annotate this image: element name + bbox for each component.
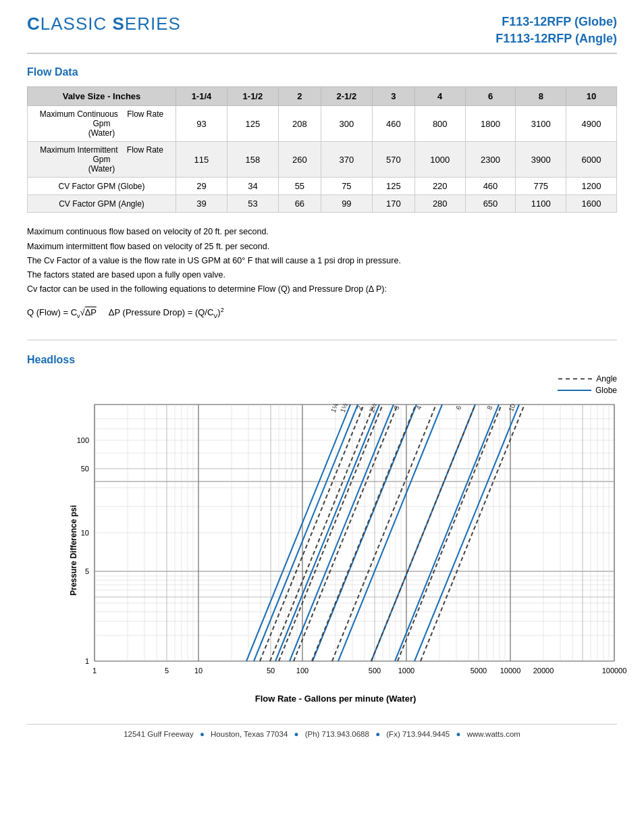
- model-numbers: F113-12RFP (Globe) F1113-12RFP (Angle): [495, 14, 617, 47]
- svg-text:10000: 10000: [500, 667, 521, 675]
- note-line5: Cv factor can be used in the following e…: [27, 282, 617, 296]
- legend-globe-label: Globe: [595, 386, 617, 395]
- col-header-2-1/2: 2-1/2: [321, 87, 372, 106]
- note-line2: Maximum intermittent flow based on veloc…: [27, 240, 617, 254]
- col-header-6: 6: [465, 87, 516, 106]
- footer-dot-2: ●: [294, 730, 298, 738]
- svg-text:5000: 5000: [471, 667, 487, 675]
- svg-text:1: 1: [85, 657, 89, 665]
- table-cell: 260: [278, 142, 321, 178]
- page-footer: 12541 Gulf Freeway ● Houston, Texas 7703…: [27, 724, 617, 738]
- note-line1: Maximum continuous flow based on velocit…: [27, 225, 617, 239]
- section-divider: [27, 340, 617, 340]
- row-label: Maximum Intermittent Flow Rate Gpm (Wate…: [28, 142, 176, 178]
- y-axis-label: Pressure Difference psi: [69, 505, 78, 596]
- table-cell: 650: [465, 195, 516, 213]
- table-cell: 460: [465, 178, 516, 195]
- table-cell: 775: [516, 178, 566, 195]
- table-row: Maximum Continuous Flow Rate Gpm (Water)…: [28, 106, 617, 142]
- legend-globe: Globe: [558, 386, 617, 395]
- model1: F113-12RFP (Globe): [495, 14, 617, 30]
- col-header-label: Valve Size - Inches: [28, 87, 176, 106]
- svg-text:5: 5: [165, 667, 169, 675]
- table-cell: 1200: [566, 178, 617, 195]
- table-cell: 1100: [516, 195, 566, 213]
- table-cell: 800: [414, 106, 465, 142]
- flow-data-section: Flow Data Valve Size - Inches 1-1/4 1-1/…: [27, 66, 617, 213]
- legend-angle-line: [558, 378, 592, 380]
- table-cell: 3900: [516, 142, 566, 178]
- table-cell: 208: [278, 106, 321, 142]
- table-cell: 125: [372, 178, 414, 195]
- col-header-4: 4: [414, 87, 465, 106]
- table-cell: 39: [176, 195, 227, 213]
- note-line3: The Cv Factor of a value is the flow rat…: [27, 254, 617, 268]
- series-title: CLASSIC SERIES: [27, 14, 181, 34]
- table-cell: 158: [227, 142, 278, 178]
- table-cell: 280: [414, 195, 465, 213]
- footer-dot-3: ●: [375, 730, 380, 738]
- x-axis-label: Flow Rate - Gallons per minute (Water): [54, 694, 617, 704]
- table-cell: 300: [321, 106, 372, 142]
- footer-dot-4: ●: [456, 730, 460, 738]
- legend-angle: Angle: [558, 374, 617, 384]
- table-cell: 125: [227, 106, 278, 142]
- headloss-chart: .grid-minor { stroke: #ccc; stroke-width…: [54, 398, 628, 688]
- table-cell: 75: [321, 178, 372, 195]
- col-header-1-1/2: 1-1/2: [227, 87, 278, 106]
- table-cell: 220: [414, 178, 465, 195]
- svg-text:20000: 20000: [533, 667, 554, 675]
- table-cell: 55: [278, 178, 321, 195]
- table-cell: 115: [176, 142, 227, 178]
- table-cell: 460: [372, 106, 414, 142]
- notes-section: Maximum continuous flow based on velocit…: [27, 225, 617, 296]
- svg-text:50: 50: [267, 667, 275, 675]
- table-cell: 1000: [414, 142, 465, 178]
- row-label: CV Factor GPM (Globe): [28, 178, 176, 195]
- table-cell: 3100: [516, 106, 566, 142]
- col-header-2: 2: [278, 87, 321, 106]
- legend-globe-line: [558, 390, 591, 391]
- model2: F1113-12RFP (Angle): [495, 30, 617, 47]
- note-line4: The factors stated are based upon a full…: [27, 268, 617, 282]
- table-cell: 370: [321, 142, 372, 178]
- footer-address: 12541 Gulf Freeway: [124, 730, 194, 738]
- headloss-title: Headloss: [27, 354, 617, 366]
- table-cell: 93: [176, 106, 227, 142]
- table-cell: 170: [372, 195, 414, 213]
- col-header-1-1/4: 1-1/4: [176, 87, 227, 106]
- table-row: Maximum Intermittent Flow Rate Gpm (Wate…: [28, 142, 617, 178]
- table-cell: 99: [321, 195, 372, 213]
- table-row: CV Factor GPM (Angle)3953669917028065011…: [28, 195, 617, 213]
- table-cell: 1600: [566, 195, 617, 213]
- col-header-3: 3: [372, 87, 414, 106]
- footer-phone: (Ph) 713.943.0688: [305, 730, 369, 738]
- svg-text:100: 100: [77, 436, 89, 444]
- table-cell: 4900: [566, 106, 617, 142]
- table-cell: 1800: [465, 106, 516, 142]
- footer-website: www.watts.com: [467, 730, 520, 738]
- svg-text:1000: 1000: [398, 667, 414, 675]
- svg-text:50: 50: [81, 465, 89, 473]
- headloss-section: Headloss Angle Globe Pressure Difference…: [27, 354, 617, 704]
- table-cell: 29: [176, 178, 227, 195]
- table-cell: 66: [278, 195, 321, 213]
- svg-text:1: 1: [92, 667, 97, 675]
- formula-line: Q (Flow) = Cv√ΔP ΔP (Pressure Drop) = (Q…: [27, 307, 617, 319]
- svg-text:10: 10: [194, 667, 203, 675]
- formula-text: Q (Flow) = Cv√ΔP ΔP (Pressure Drop) = (Q…: [27, 307, 224, 317]
- table-header-row: Valve Size - Inches 1-1/4 1-1/2 2 2-1/2 …: [28, 87, 617, 106]
- legend-angle-label: Angle: [596, 374, 617, 384]
- svg-text:100000: 100000: [602, 667, 627, 675]
- chart-container: Pressure Difference psi .grid-minor { st…: [54, 398, 617, 704]
- svg-text:5: 5: [85, 567, 89, 575]
- svg-text:500: 500: [369, 667, 381, 675]
- flow-table: Valve Size - Inches 1-1/4 1-1/2 2 2-1/2 …: [27, 86, 617, 213]
- table-row: CV Factor GPM (Globe)2934557512522046077…: [28, 178, 617, 195]
- footer-city: Houston, Texas 77034: [211, 730, 288, 738]
- chart-legend: Angle Globe: [27, 374, 617, 395]
- footer-dot-1: ●: [200, 730, 205, 738]
- col-header-10: 10: [566, 87, 617, 106]
- table-cell: 34: [227, 178, 278, 195]
- table-cell: 2300: [465, 142, 516, 178]
